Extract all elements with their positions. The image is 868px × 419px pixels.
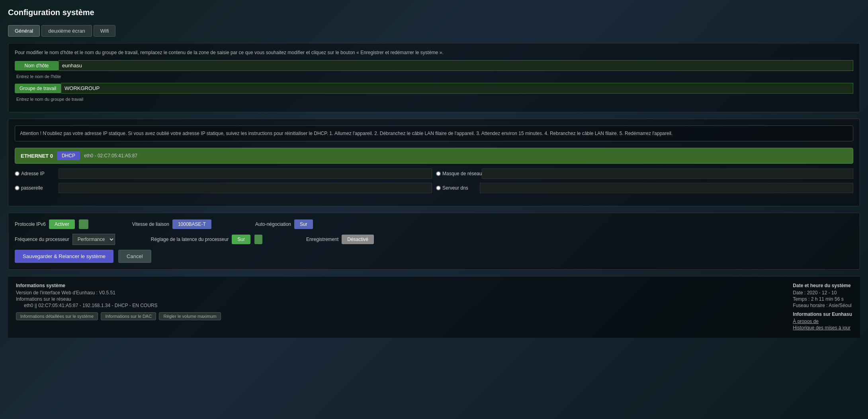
workgroup-row: Groupe de travail [15, 83, 853, 94]
footer-left: Informations système Version de l'interf… [16, 283, 223, 331]
network-fields: Adresse IP Masque de réseau passerelle [15, 168, 853, 193]
subnet-row: Masque de réseau [436, 168, 853, 179]
record-setting: Enregistrement Désactivé [306, 235, 374, 244]
detailed-info-button[interactable]: Informations détaillées sur le système [16, 312, 98, 320]
footer-right: Date et heure du système Date : 2020 - 1… [793, 283, 852, 331]
cpu-latency-value[interactable]: Sur [232, 235, 250, 244]
network-section: Attention ! N'oubliez pas votre adresse … [8, 119, 860, 206]
network-detail: eth0 || 02:C7:05:41:A5:87 - 192.168.1.34… [24, 303, 223, 308]
ipv6-activate-button[interactable]: Activer [49, 219, 75, 229]
tab-bar: Général deuxième écran Wifi [8, 25, 860, 37]
network-warning-box: Attention ! N'oubliez pas votre adresse … [15, 125, 853, 141]
cpu-latency-label: Réglage de la latence du processeur [151, 237, 229, 242]
subnet-radio[interactable] [436, 171, 441, 176]
gateway-radio[interactable] [15, 186, 20, 190]
volume-button[interactable]: Régler le volume maximum [159, 312, 221, 320]
ethernet-header: ETHERNET 0 DHCP eth0 - 02:C7:05:41:A5:87 [15, 148, 853, 164]
page-title: Configuration système [8, 8, 860, 17]
settings-row-2: Fréquence du processeur Performance Régl… [15, 234, 853, 245]
ip-label: Adresse IP [15, 171, 59, 176]
workgroup-input[interactable] [61, 83, 853, 94]
hostname-hint: Entrez le nom de l'hôte [16, 74, 853, 79]
ip-radio[interactable] [15, 171, 20, 176]
ethernet-mac: eth0 - 02:C7:05:41:A5:87 [84, 153, 137, 159]
hostname-label-btn: Nom d'hôte [15, 61, 59, 70]
gateway-input[interactable] [59, 183, 432, 193]
cpu-freq-select[interactable]: Performance [72, 234, 115, 245]
ip-input[interactable] [59, 168, 432, 179]
gateway-label: passerelle [15, 185, 59, 191]
dns-label: Serveur dns [436, 185, 480, 191]
hostname-row: Nom d'hôte [15, 60, 853, 71]
timezone-line: Fuseau horaire : Asie/Séoul [793, 303, 852, 308]
workgroup-label-btn: Groupe de travail [15, 84, 61, 93]
dhcp-button[interactable]: DHCP [57, 151, 80, 160]
auto-neg-value[interactable]: Sur [294, 219, 313, 229]
date-title: Date et heure du système [793, 283, 852, 288]
cpu-freq-setting: Fréquence du processeur Performance [15, 234, 115, 245]
record-value[interactable]: Désactivé [342, 235, 374, 244]
settings-section: Protocole IPv6 Activer Vitesse de liaiso… [8, 213, 860, 270]
ipv6-indicator [79, 219, 88, 229]
workgroup-hint: Entrez le nom du groupe de travail [16, 97, 853, 102]
hostname-section: Pour modifier le nom d'hôte et le nom du… [8, 43, 860, 112]
ethernet-label: ETHERNET 0 [21, 153, 53, 159]
gateway-row: passerelle [15, 183, 432, 193]
system-info-title: Informations système [16, 283, 223, 288]
network-warning-text: Attention ! N'oubliez pas votre adresse … [20, 131, 848, 136]
footer-buttons: Informations détaillées sur le système I… [16, 311, 223, 320]
cpu-freq-dropdown-wrapper: Performance [72, 234, 115, 245]
link-speed-value[interactable]: 1000BASE-T [172, 219, 211, 229]
tab-general[interactable]: Général [8, 25, 40, 37]
time-line: Temps : 2 h 11 min 56 s [793, 296, 852, 302]
date-line: Date : 2020 - 12 - 10 [793, 290, 852, 296]
footer: Informations système Version de l'interf… [8, 276, 860, 338]
action-buttons: Sauvegarder & Relancer le système Cancel [15, 250, 853, 263]
tab-second-screen[interactable]: deuxième écran [41, 25, 92, 37]
link-speed-setting: Vitesse de liaison 1000BASE-T [132, 219, 211, 229]
hostname-input[interactable] [59, 60, 853, 71]
ip-row: Adresse IP [15, 168, 432, 179]
link-speed-label: Vitesse de liaison [132, 221, 169, 227]
cpu-latency-indicator [254, 235, 262, 244]
about-link[interactable]: À propos de [793, 319, 852, 324]
subnet-label: Masque de réseau [436, 171, 482, 176]
record-label: Enregistrement [306, 237, 338, 242]
cpu-latency-setting: Réglage de la latence du processeur Sur [151, 235, 262, 244]
network-info-line: Informations sur le réseau [16, 296, 223, 302]
hostname-info: Pour modifier le nom d'hôte et le nom du… [15, 50, 853, 55]
ipv6-label: Protocole IPv6 [15, 221, 46, 227]
dns-radio[interactable] [436, 186, 441, 190]
dns-row: Serveur dns [436, 183, 853, 193]
version-line: Version de l'interface Web d'Eunhasu : V… [16, 290, 223, 296]
eunhasu-title: Informations sur Eunhasu [793, 311, 852, 317]
cpu-freq-label: Fréquence du processeur [15, 237, 69, 242]
ipv6-setting: Protocole IPv6 Activer [15, 219, 88, 229]
auto-neg-label: Auto-négociation [255, 221, 291, 227]
auto-neg-setting: Auto-négociation Sur [255, 219, 313, 229]
settings-row-1: Protocole IPv6 Activer Vitesse de liaiso… [15, 219, 853, 229]
dns-input[interactable] [480, 183, 853, 193]
tab-wifi[interactable]: Wifi [94, 25, 116, 37]
subnet-input[interactable] [482, 168, 853, 179]
history-link[interactable]: Historique des mises à jour [793, 325, 852, 331]
save-button[interactable]: Sauvegarder & Relancer le système [15, 250, 113, 263]
dac-info-button[interactable]: Informations sur le DAC [101, 312, 156, 320]
cancel-button[interactable]: Cancel [118, 250, 151, 263]
